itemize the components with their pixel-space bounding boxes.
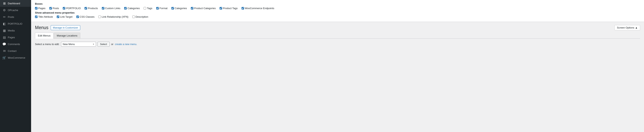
boxes-label: Boxes — [35, 2, 640, 5]
tab-edit-menus[interactable]: Edit Menus — [35, 33, 54, 39]
checkbox-description-input[interactable] — [132, 15, 135, 18]
checkbox-title-attr-label: Title Attribute — [38, 15, 53, 18]
checkbox-link-target-label: Link Target — [60, 15, 72, 18]
checkbox-format[interactable]: Format — [156, 7, 168, 10]
sidebar-item-label: PORTFOLIO — [8, 22, 22, 25]
sidebar-item-opcache[interactable]: ⚙ OPcache — [0, 7, 31, 13]
checkbox-css-classes[interactable]: CSS Classes — [76, 15, 95, 18]
sidebar-item-comments[interactable]: 💬 Comments — [0, 41, 31, 48]
checkbox-portfolio[interactable]: PORTFOLIO — [63, 7, 81, 10]
checkbox-products[interactable]: Products — [84, 7, 98, 10]
checkbox-posts-label: Posts — [53, 7, 59, 10]
checkbox-custom-links-input[interactable] — [102, 7, 104, 9]
woocommerce-icon: 🛒 — [2, 56, 6, 60]
or-text: or — [111, 43, 114, 46]
sidebar-item-portfolio[interactable]: ◧ PORTFOLIO — [0, 20, 31, 27]
checkbox-pages-label: Pages — [38, 7, 46, 10]
checkbox-woocommerce-endpoints[interactable]: WooCommerce Endpoints — [242, 7, 274, 10]
sidebar-item-label: Posts — [8, 15, 14, 18]
checkbox-title-attr[interactable]: Title Attribute — [35, 15, 53, 18]
checkbox-product-tags-input[interactable] — [220, 7, 222, 9]
manage-customizer-button[interactable]: Manage in Customizer — [51, 25, 80, 30]
checkbox-products-label: Products — [88, 7, 98, 10]
checkbox-link-target[interactable]: Link Target — [57, 15, 72, 18]
sidebar-item-label: OPcache — [8, 9, 18, 12]
checkbox-format-input[interactable] — [156, 7, 159, 9]
checkbox-tags-input[interactable] — [144, 7, 146, 9]
tabs-container: Edit Menus Manage Locations — [31, 30, 644, 39]
checkbox-posts[interactable]: Posts — [49, 7, 59, 10]
media-icon: ▦ — [2, 29, 6, 32]
screen-options-arrow-icon: ▲ — [635, 26, 638, 29]
create-link-suffix: . — [136, 43, 137, 46]
checkbox-link-rel-input[interactable] — [98, 15, 101, 18]
checkbox-link-rel-label: Link Relationship (XFN) — [102, 15, 128, 18]
checkbox-categories2-input[interactable] — [172, 7, 174, 9]
checkbox-description-label: Description — [136, 15, 148, 18]
checkbox-link-target-input[interactable] — [57, 15, 59, 18]
checkbox-css-classes-label: CSS Classes — [80, 15, 95, 18]
tab-edit-menus-label: Edit Menus — [38, 34, 50, 37]
checkbox-product-categories-label: Product Categories — [194, 7, 216, 10]
sidebar-item-pages[interactable]: ▤ Pages — [0, 34, 31, 41]
sidebar: ⊞ Dashboard ⚙ OPcache ✏ Posts ◧ PORTFOLI… — [0, 0, 31, 132]
checkbox-product-tags[interactable]: Product Tags — [220, 7, 238, 10]
create-link-text: create a new menu — [115, 43, 136, 46]
checkbox-tags[interactable]: Tags — [144, 7, 152, 10]
sidebar-item-media[interactable]: ▦ Media — [0, 27, 31, 34]
sidebar-item-label: Dashboard — [8, 2, 20, 5]
sidebar-item-woocommerce[interactable]: 🛒 WooCommerce — [0, 54, 31, 61]
checkbox-product-categories[interactable]: Product Categories — [191, 7, 216, 10]
tabs: Edit Menus Manage Locations — [35, 33, 640, 39]
menu-select-dropdown[interactable]: New Menu — [61, 42, 96, 47]
checkbox-categories2-label: Categories — [175, 7, 187, 10]
menu-select-row: Select a menu to edit: New Menu Select o… — [35, 42, 640, 47]
checkbox-portfolio-input[interactable] — [63, 7, 65, 9]
sidebar-item-label: WooCommerce — [8, 56, 25, 59]
checkbox-categories[interactable]: Categories — [124, 7, 140, 10]
opcache-icon: ⚙ — [2, 8, 6, 12]
checkbox-categories2[interactable]: Categories — [172, 7, 187, 10]
checkbox-pages-input[interactable] — [35, 7, 38, 9]
comments-icon: 💬 — [2, 42, 6, 46]
screen-options-button[interactable]: Screen Options ▲ — [614, 25, 640, 30]
checkbox-pages[interactable]: Pages — [35, 7, 46, 10]
boxes-checkboxes-row: Pages Posts PORTFOLIO Products Custom Li… — [35, 7, 640, 10]
create-new-menu-link[interactable]: create a new menu. — [115, 43, 137, 46]
checkbox-product-tags-label: Product Tags — [223, 7, 238, 10]
checkbox-tags-label: Tags — [147, 7, 152, 10]
sidebar-item-label: Contact — [8, 49, 16, 52]
content-area: Select a menu to edit: New Menu Select o… — [31, 39, 644, 50]
sidebar-item-label: Pages — [8, 36, 15, 39]
checkbox-portfolio-label: PORTFOLIO — [66, 7, 81, 10]
checkbox-link-rel[interactable]: Link Relationship (XFN) — [98, 15, 128, 18]
main-content: Boxes Pages Posts PORTFOLIO Products Cus… — [31, 0, 644, 132]
select-button[interactable]: Select — [98, 42, 110, 47]
sidebar-item-posts[interactable]: ✏ Posts — [0, 13, 31, 20]
checkbox-format-label: Format — [160, 7, 168, 10]
screen-options-panel: Boxes Pages Posts PORTFOLIO Products Cus… — [31, 0, 644, 22]
page-title: Menus — [35, 25, 48, 30]
sidebar-item-label: Media — [8, 29, 14, 32]
sidebar-item-dashboard[interactable]: ⊞ Dashboard — [0, 0, 31, 7]
checkbox-woocommerce-endpoints-label: WooCommerce Endpoints — [245, 7, 274, 10]
advanced-menu-label: Show advanced menu properties — [35, 11, 640, 14]
sidebar-item-label: Comments — [8, 43, 20, 46]
checkbox-description[interactable]: Description — [132, 15, 148, 18]
portfolio-icon: ◧ — [2, 22, 6, 26]
checkbox-woocommerce-endpoints-input[interactable] — [242, 7, 244, 9]
menu-select-label: Select a menu to edit: — [35, 43, 60, 46]
checkbox-posts-input[interactable] — [49, 7, 52, 9]
posts-icon: ✏ — [2, 15, 6, 19]
checkbox-title-attr-input[interactable] — [35, 15, 38, 18]
tab-manage-locations[interactable]: Manage Locations — [54, 33, 80, 38]
checkbox-product-categories-input[interactable] — [191, 7, 193, 9]
tab-manage-locations-label: Manage Locations — [57, 34, 77, 37]
contact-icon: ✉ — [2, 49, 6, 53]
sidebar-item-contact[interactable]: ✉ Contact — [0, 48, 31, 54]
checkbox-custom-links[interactable]: Custom Links — [102, 7, 120, 10]
dashboard-icon: ⊞ — [2, 1, 6, 5]
checkbox-css-classes-input[interactable] — [76, 15, 79, 18]
checkbox-products-input[interactable] — [84, 7, 87, 9]
checkbox-categories-input[interactable] — [124, 7, 127, 9]
